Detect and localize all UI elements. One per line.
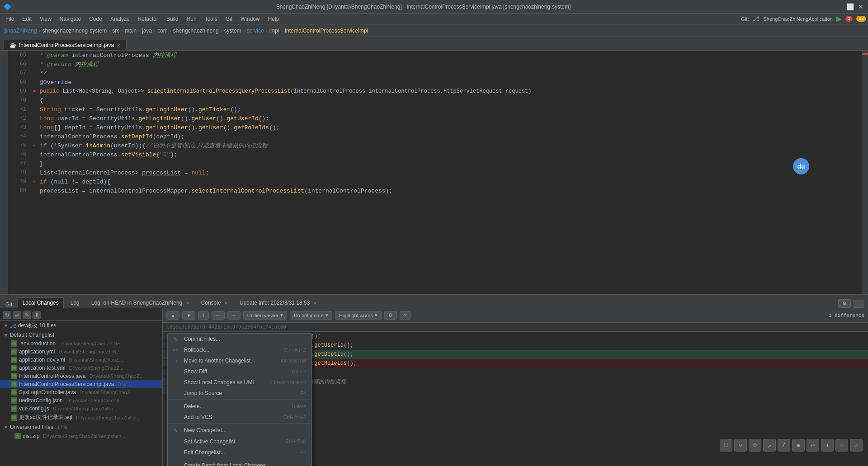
viewer-mode-button[interactable]: Unified viewer ▾ <box>243 311 287 320</box>
expand-unversioned-icon[interactable]: ▼ <box>4 425 8 430</box>
commit-button[interactable]: ✎ <box>23 311 31 319</box>
breadcrumb-pkg[interactable]: shengchaozhineng <box>173 28 219 34</box>
ctx-show-diff[interactable]: Show Diff Ctrl+D <box>168 366 311 377</box>
undo-tool[interactable]: ↩ <box>807 439 819 452</box>
breadcrumb-impl[interactable]: impl <box>269 28 279 34</box>
file-item-internal-control-process[interactable]: M InternalControlProcess.java D:\yantai\… <box>0 372 162 380</box>
rollback-icon: ↩ <box>173 347 180 353</box>
unversioned-header[interactable]: ▼ Unversioned Files 1 file <box>0 422 162 432</box>
tab-log[interactable]: Log <box>66 297 85 308</box>
tab-close-button[interactable]: ✕ <box>117 42 121 48</box>
menu-file[interactable]: File <box>2 15 18 23</box>
ctx-show-uml[interactable]: Show Local Changes as UML Ctrl+Alt+Shift… <box>168 377 311 388</box>
window-controls[interactable]: ─ ⬜ ✕ <box>835 3 864 10</box>
file-item-env-production[interactable]: M .env.production D:\yantai\ShengChaoZhi… <box>0 339 162 348</box>
menu-navigate[interactable]: Navigate <box>56 15 85 23</box>
commit-hash-bar: c816c0c6722f9f4422f13c979c2564fbc74cac60 <box>163 323 868 332</box>
ignore-chevron: ▾ <box>326 312 328 318</box>
breadcrumb-main[interactable]: main <box>125 28 137 34</box>
breadcrumb-system[interactable]: system <box>224 28 241 34</box>
tab-console-close[interactable]: ✕ <box>224 301 228 306</box>
tab-local-changes[interactable]: Local Changes <box>18 297 64 308</box>
file-item-application-yml[interactable]: M application.yml D:\yantai\ShengChaoZhi… <box>0 348 162 356</box>
rect-tool[interactable]: □ <box>720 439 732 452</box>
file-item-sql[interactable]: M 更改sql文件记录表.sql D:\yantai\ShengChaoZhiN… <box>0 413 162 422</box>
ignore-button[interactable]: Do not ignore ▾ <box>290 311 332 320</box>
breadcrumb-root[interactable]: ShaoZhiNeng <box>4 28 37 34</box>
menu-tools[interactable]: Tools <box>201 15 221 23</box>
ctx-move-changelist[interactable]: → Move to Another Changelist... Alt+Shif… <box>168 355 311 366</box>
ctx-jump-source[interactable]: Jump to Source F4 <box>168 388 311 399</box>
file-item-vue-config[interactable]: M vue.config.js D:\yantai\ShengChaoZhiNe… <box>0 405 162 413</box>
tab-update-close[interactable]: ✕ <box>313 301 317 306</box>
menu-run[interactable]: Run <box>183 15 200 23</box>
file-item-sys-login-controller[interactable]: M SysLoginController.java D:\yantai\Shen… <box>0 388 162 396</box>
back-button[interactable]: ← <box>212 311 225 320</box>
diff-help-btn[interactable]: ? <box>400 311 410 320</box>
file-item-internal-control-service-impl[interactable]: M InternalControlProcessServiceImpl.java… <box>0 380 162 388</box>
forward-button[interactable]: → <box>227 311 241 320</box>
breadcrumb-com[interactable]: com <box>157 28 168 34</box>
menu-analyze[interactable]: Analyze <box>107 15 133 23</box>
breadcrumb-java[interactable]: java <box>142 28 152 34</box>
breadcrumb-bar: ShaoZhiNeng › shengchaozhineng-system › … <box>0 24 868 37</box>
breadcrumb-service[interactable]: service <box>247 28 264 34</box>
jump-button[interactable]: ⤴ <box>198 311 209 320</box>
breadcrumb-class[interactable]: InternalControlProcessServiceImpl <box>285 28 368 34</box>
confirm-annotation[interactable]: ✓ <box>850 439 863 452</box>
file-item-application-dev[interactable]: M application-dev.yml D:\yantai\ShengCha… <box>0 356 162 364</box>
ctx-edit-changelist[interactable]: Edit Changelist... F2 <box>168 447 311 458</box>
breadcrumb-src[interactable]: src <box>112 28 119 34</box>
diff-settings-btn[interactable]: ⚙ <box>384 311 397 320</box>
mosaic-tool[interactable]: ⊞ <box>792 439 805 452</box>
prev-diff-button[interactable]: ▲ <box>166 311 179 320</box>
circle-tool[interactable]: ○ <box>734 439 747 452</box>
arrow-tool[interactable]: ↗ <box>763 439 776 452</box>
menu-edit[interactable]: Edit <box>19 15 35 23</box>
next-diff-button[interactable]: ▼ <box>182 311 195 320</box>
tab-log-head[interactable]: Log: on HEAD in ShengChaoZhiNeng ✕ <box>86 297 194 308</box>
refresh-button[interactable]: ↻ <box>3 311 11 319</box>
default-changelist-header[interactable]: ▼ Default Changelist <box>0 330 162 339</box>
breadcrumb-module[interactable]: shengchaozhineng-system <box>42 28 107 34</box>
emoji-tool[interactable]: ☺ <box>749 439 761 452</box>
ctx-delete[interactable]: Delete... Delete <box>168 401 311 412</box>
save-image-tool[interactable]: ⬇ <box>821 439 834 452</box>
highlight-button[interactable]: Highlight words ▾ <box>335 311 382 320</box>
cancel-annotation[interactable]: ✕ <box>835 439 848 452</box>
tab-log-head-close[interactable]: ✕ <box>186 301 189 306</box>
expand-dev-icon[interactable]: ▼ <box>4 323 8 328</box>
ctx-commit-files[interactable]: ✎ Commit Files... <box>168 334 311 344</box>
tab-console[interactable]: Console ✕ <box>196 297 233 308</box>
menu-refactor[interactable]: Refactor <box>134 15 162 23</box>
update-button[interactable]: ⬇ <box>33 311 41 319</box>
ctx-add-vcs[interactable]: Add to VCS Ctrl+Alt+A <box>168 412 311 423</box>
settings-button[interactable]: ⚙ <box>838 299 851 308</box>
viewer-mode-label: Unified viewer <box>247 313 278 318</box>
git-tab-icon[interactable]: Git: <box>4 301 16 308</box>
editor-tab-main[interactable]: ☕ InternalControlProcessServiceImpl.java… <box>4 40 127 50</box>
rollback-button[interactable]: ↩ <box>13 311 21 319</box>
expand-changelist-icon[interactable]: ▼ <box>4 333 8 338</box>
run-button[interactable]: ▶ <box>836 14 842 23</box>
tab-update-info[interactable]: Update Info: 2022/3/31 18:53 ✕ <box>235 297 322 308</box>
menu-window[interactable]: Window <box>237 15 264 23</box>
ctx-rollback[interactable]: ↩ Rollback... Ctrl+Alt+Z <box>168 344 311 355</box>
menu-help[interactable]: Help <box>264 15 283 23</box>
minimize-button[interactable]: ─ <box>835 3 843 10</box>
close-button[interactable]: ✕ <box>857 3 864 10</box>
file-item-ueditor-config[interactable]: M ueditorConfig.json D:\yantai\ShengChao… <box>0 396 162 405</box>
file-item-dist-zip[interactable]: A dist.zip D:\yantai\ShengChaoZhiNeng\sh… <box>0 432 162 440</box>
menu-code[interactable]: Code <box>85 15 106 23</box>
ctx-create-patch[interactable]: Create Patch from Local Changes... <box>168 460 311 466</box>
menu-view[interactable]: View <box>36 15 55 23</box>
ctx-new-changelist[interactable]: ✎ New Changelist... <box>168 425 311 436</box>
right-scrollbar[interactable] <box>862 51 868 294</box>
line-tool[interactable]: / <box>778 439 790 452</box>
ctx-set-active[interactable]: Set Active Changelist Ctrl+空格 <box>168 436 311 447</box>
maximize-button[interactable]: ⬜ <box>846 3 854 10</box>
file-item-application-test[interactable]: M application-test.yml D:\yantai\ShengCh… <box>0 364 162 372</box>
menu-git[interactable]: Git <box>222 15 236 23</box>
menu-build[interactable]: Build <box>163 15 182 23</box>
minimize-panel-button[interactable]: ─ <box>853 300 864 308</box>
